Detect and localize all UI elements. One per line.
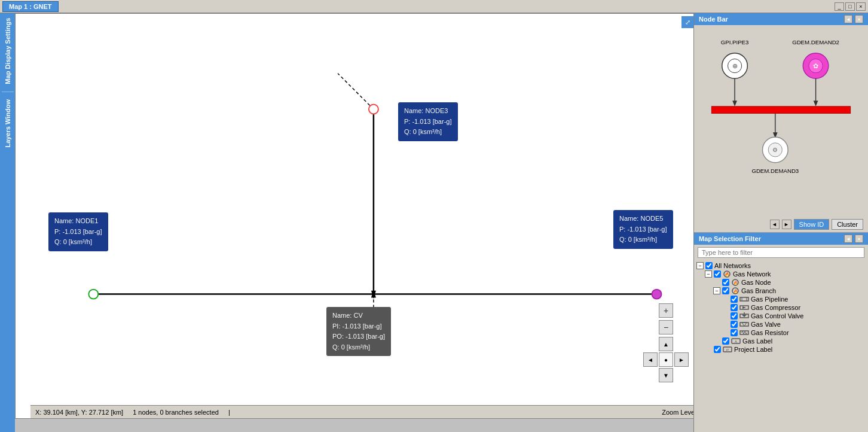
expand-gas-network[interactable]: − (705, 270, 712, 278)
project-label-icon: P (723, 346, 732, 353)
svg-marker-43 (742, 323, 747, 326)
gas-network-icon: 🔥 (723, 270, 731, 278)
maximize-btn[interactable]: □ (845, 2, 855, 11)
cluster-btn[interactable]: Cluster (832, 219, 863, 230)
node-bar-controls: ◄ × (844, 15, 863, 23)
status-bar: X: 39.104 [km], Y: 27.712 [km] 1 nodes, … (30, 405, 696, 418)
tree-item-gas-label[interactable]: A Gas Label (696, 337, 866, 345)
check-gas-valve[interactable] (731, 321, 738, 328)
node-bar-title: Node Bar (699, 16, 728, 23)
filter-title: Map Selection Filter (699, 235, 761, 242)
node-bar-diagram: GPI.PIPE3 GDEM.DEMAND2 ⊕ ✿ (694, 25, 868, 217)
tree-item-gas-resistor[interactable]: Gas Resistor (696, 328, 866, 337)
svg-text:⊕: ⊕ (732, 62, 738, 69)
pan-up-btn[interactable]: ▲ (659, 337, 673, 351)
tree-item-gas-compressor[interactable]: Gas Compressor (696, 303, 866, 312)
label-gas-label: Gas Label (742, 337, 772, 345)
svg-rect-34 (740, 297, 748, 301)
pan-down-btn[interactable]: ▼ (659, 368, 673, 382)
gas-node-icon: 🔥 (731, 279, 739, 286)
svg-line-46 (742, 331, 744, 334)
node-bar-section: Node Bar ◄ × GPI.PIPE3 GDEM.DEMAND2 ⊕ (694, 13, 868, 233)
check-gas-control-valve[interactable] (731, 312, 738, 320)
zoom-display: Zoom Level: 16 (662, 409, 696, 416)
title-tab[interactable]: Map 1 : GNET (2, 1, 59, 12)
tree-item-all-networks[interactable]: − All Networks (696, 261, 866, 270)
tree-item-gas-pipeline[interactable]: Gas Pipeline (696, 295, 866, 303)
minimize-btn[interactable]: _ (835, 2, 844, 11)
check-gas-network[interactable] (714, 270, 721, 278)
tree-item-project-label[interactable]: P Project Label (696, 345, 866, 354)
pan-controls: ▲ ◄ ● ► ▼ (643, 337, 689, 382)
node-bar-header: Node Bar ◄ × (694, 13, 868, 25)
filter-search-input[interactable] (698, 247, 864, 258)
pan-right-btn[interactable]: ► (674, 352, 689, 367)
svg-line-47 (744, 331, 745, 334)
prev-page-btn[interactable]: ◄ (770, 220, 780, 229)
svg-text:🔥: 🔥 (725, 272, 730, 277)
filter-controls: ◄ × (844, 235, 863, 243)
fullscreen-btn[interactable]: ⤢ (681, 16, 693, 28)
zoom-out-btn[interactable]: − (659, 320, 673, 334)
node-bar-close-btn[interactable]: × (855, 15, 863, 23)
close-btn[interactable]: × (856, 2, 866, 11)
layers-window-label[interactable]: Layers Window (3, 95, 13, 153)
label-gas-network: Gas Network (733, 270, 771, 278)
selection-display: 1 nodes, 0 branches selected (133, 409, 219, 416)
check-gas-label[interactable] (722, 337, 729, 345)
tree-item-gas-node[interactable]: 🔥 Gas Node (696, 278, 866, 287)
check-gas-pipeline[interactable] (731, 296, 738, 303)
right-panel: Node Bar ◄ × GPI.PIPE3 GDEM.DEMAND2 ⊕ (693, 13, 868, 432)
pan-left-btn[interactable]: ◄ (643, 352, 658, 367)
tree-item-gas-valve[interactable]: Gas Valve (696, 320, 866, 328)
svg-line-49 (746, 333, 747, 334)
show-id-btn[interactable]: Show ID (794, 219, 830, 230)
pan-center-btn[interactable]: ● (659, 352, 673, 367)
svg-point-5 (652, 290, 662, 299)
map-svg (16, 14, 696, 418)
check-gas-node[interactable] (722, 279, 729, 286)
svg-line-2 (338, 74, 374, 109)
svg-point-4 (369, 105, 378, 114)
next-page-btn[interactable]: ► (782, 220, 791, 229)
svg-rect-21 (711, 107, 850, 114)
svg-text:GDEM.DEMAND3: GDEM.DEMAND3 (751, 168, 799, 174)
check-gas-branch[interactable] (722, 287, 729, 294)
label-gas-resistor: Gas Resistor (751, 329, 789, 336)
filter-pin-btn[interactable]: ◄ (844, 235, 852, 243)
map-controls: + − ▲ ◄ ● ► ▼ (643, 303, 689, 382)
svg-marker-20 (814, 101, 818, 107)
title-controls: _ □ × (835, 2, 866, 11)
check-all-networks[interactable] (705, 262, 713, 269)
coords-display: X: 39.104 [km], Y: 27.712 [km] (35, 409, 123, 416)
filter-close-btn[interactable]: × (855, 235, 863, 243)
tree-item-gas-network[interactable]: − 🔥 Gas Network (696, 270, 866, 278)
zoom-in-btn[interactable]: + (659, 303, 673, 318)
label-all-networks: All Networks (714, 262, 751, 269)
tree-container: − All Networks − 🔥 Gas Network (694, 260, 868, 432)
gas-label-icon: A (731, 337, 741, 345)
tree-item-gas-control-valve[interactable]: Gas Control Valve (696, 312, 866, 320)
svg-marker-41 (742, 315, 747, 317)
svg-text:⚙: ⚙ (772, 147, 778, 153)
filter-header: Map Selection Filter ◄ × (694, 233, 868, 245)
svg-text:A: A (735, 340, 737, 343)
map-area[interactable]: Name: NODE1 P: -1.013 [bar-g] Q: 0 [ksm³… (15, 13, 696, 419)
svg-text:GPI.PIPE3: GPI.PIPE3 (721, 39, 749, 45)
svg-text:P: P (726, 348, 729, 352)
label-gas-branch: Gas Branch (741, 287, 776, 294)
check-project-label[interactable] (714, 346, 721, 353)
node-bar-pin-btn[interactable]: ◄ (844, 15, 852, 23)
check-gas-resistor[interactable] (731, 329, 738, 336)
expand-all-networks[interactable]: − (696, 262, 704, 269)
gas-valve-icon (739, 321, 749, 328)
gas-pipeline-icon (739, 296, 749, 303)
map-display-settings-label[interactable]: Map Display Settings (3, 13, 13, 89)
expand-gas-branch[interactable]: − (713, 287, 720, 294)
sidebar-divider (2, 92, 14, 92)
check-gas-compressor[interactable] (731, 304, 738, 311)
tree-item-gas-branch[interactable]: − 🔥 Gas Branch (696, 287, 866, 295)
gas-resistor-icon (739, 329, 749, 336)
svg-text:🔥: 🔥 (733, 281, 738, 285)
svg-text:✿: ✿ (813, 62, 818, 69)
